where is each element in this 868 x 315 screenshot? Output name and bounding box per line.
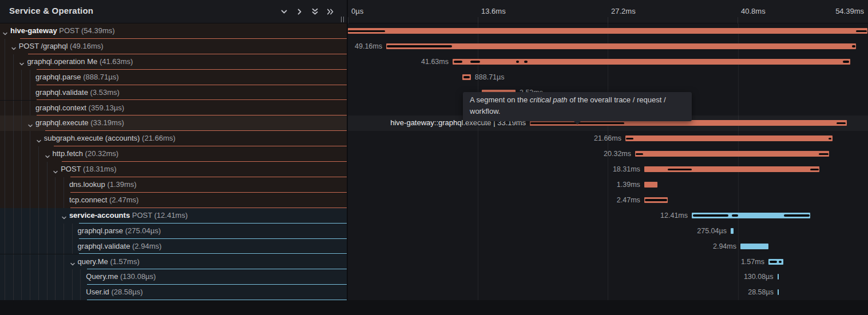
span-bar[interactable] — [386, 43, 856, 49]
critical-path-segment — [693, 214, 728, 217]
span-row-subgraph.execute-accounts-[interactable]: subgraph.execute (accounts) (21.66ms)21.… — [0, 131, 868, 146]
span-bar[interactable] — [778, 274, 779, 280]
indent-guide — [64, 193, 64, 208]
indent-guide — [47, 208, 47, 224]
span-label: graphql.operation Me (41.63ms) — [27, 54, 133, 70]
span-tree-cell[interactable]: graphql.context (359.13µs) — [0, 101, 348, 116]
span-timeline-cell[interactable]: 28.58µs — [348, 285, 868, 300]
span-row-graphql.parse[interactable]: graphql.parse (275.04µs)275.04µs — [0, 224, 868, 239]
panel-divider[interactable] — [347, 0, 348, 300]
indent-guide — [38, 254, 39, 270]
double-chevron-down-icon[interactable] — [311, 7, 319, 16]
indent-guide — [21, 285, 22, 300]
span-label: POST /graphql (49.16ms) — [19, 39, 104, 54]
span-duration-label: 2.47ms — [617, 193, 640, 208]
span-tree-cell[interactable]: hive-gateway POST (54.39ms) — [0, 23, 348, 39]
indent-guide — [21, 146, 22, 162]
span-timeline-cell[interactable]: 12.41ms — [348, 208, 868, 224]
span-bar[interactable] — [731, 228, 734, 234]
expand-chevron-down-icon[interactable] — [36, 136, 42, 142]
tree-controls — [280, 7, 335, 16]
span-timeline-cell[interactable]: 41.63ms — [348, 54, 868, 70]
span-bar[interactable] — [348, 28, 867, 34]
span-row-dns.lookup[interactable]: dns.lookup (1.39ms)1.39ms — [0, 177, 868, 193]
span-timeline-cell[interactable]: 2.47ms — [348, 193, 868, 208]
timeline-axis: 0µs 13.6ms 27.2ms 40.8ms 54.39ms — [348, 0, 868, 23]
span-tree-cell[interactable]: dns.lookup (1.39ms) — [0, 177, 348, 193]
span-duration-label: 888.71µs — [475, 70, 505, 85]
span-tree-cell[interactable]: graphql.execute (33.19ms) — [0, 115, 348, 131]
span-row-service-accounts-POST[interactable]: service-accounts POST (12.41ms)12.41ms — [0, 208, 868, 224]
span-tree-cell[interactable]: graphql.operation Me (41.63ms) — [0, 54, 348, 70]
span-row-Query.me[interactable]: Query.me (130.08µs)130.08µs — [0, 269, 868, 285]
panel-resize-grip[interactable] — [341, 17, 344, 22]
span-tree-cell[interactable]: POST (18.31ms) — [0, 162, 348, 177]
expand-chevron-down-icon[interactable] — [11, 43, 17, 49]
span-row-graphql.validate[interactable]: graphql.validate (2.94ms)2.94ms — [0, 239, 868, 254]
span-tree-cell[interactable]: graphql.parse (888.71µs) — [0, 70, 348, 85]
span-timeline-cell[interactable]: 888.71µs — [348, 70, 868, 85]
span-bar[interactable] — [778, 289, 779, 295]
expand-chevron-down-icon[interactable] — [61, 213, 67, 218]
span-timeline-cell[interactable]: 21.66ms — [348, 131, 868, 146]
expand-chevron-down-icon[interactable] — [27, 121, 33, 126]
span-timeline-cell[interactable]: 2.94ms — [348, 239, 868, 254]
span-tree-cell[interactable]: service-accounts POST (12.41ms) — [0, 208, 348, 224]
span-row-POST-graphql[interactable]: POST /graphql (49.16ms)49.16ms — [0, 39, 868, 54]
span-tree-cell[interactable]: http.fetch (20.32ms) — [0, 146, 348, 162]
span-row-graphql.operation-Me[interactable]: graphql.operation Me (41.63ms)41.63ms — [0, 54, 868, 70]
span-row-hive-gateway-POST[interactable]: hive-gateway POST (54.39ms) — [0, 23, 868, 39]
double-chevron-right-icon[interactable] — [326, 7, 335, 16]
expand-chevron-down-icon[interactable] — [19, 59, 25, 65]
span-row-http.fetch[interactable]: http.fetch (20.32ms)20.32ms — [0, 146, 868, 162]
span-bar[interactable] — [740, 244, 768, 249]
span-label: tcp.connect (2.47ms) — [69, 193, 138, 208]
span-tree-cell[interactable]: graphql.validate (2.94ms) — [0, 239, 348, 254]
chevron-right-icon[interactable] — [295, 7, 304, 16]
span-timeline-cell[interactable]: 49.16ms — [348, 39, 868, 54]
span-row-POST[interactable]: POST (18.31ms)18.31ms — [0, 162, 868, 177]
span-tree-cell[interactable]: POST /graphql (49.16ms) — [0, 39, 348, 54]
span-timeline-cell[interactable] — [348, 23, 868, 39]
expand-chevron-down-icon[interactable] — [45, 151, 50, 157]
span-timeline-cell[interactable]: 1.39ms — [348, 177, 868, 193]
span-timeline-cell[interactable]: 1.57ms — [348, 254, 868, 270]
span-bar[interactable] — [625, 135, 833, 141]
span-row-User.id[interactable]: User.id (28.58µs)28.58µs — [0, 285, 868, 300]
span-tree-cell[interactable]: subgraph.execute (accounts) (21.66ms) — [0, 131, 348, 146]
indent-guide — [30, 70, 30, 85]
span-row-query.Me[interactable]: query.Me (1.57ms)1.57ms — [0, 254, 868, 270]
indent-guide — [5, 224, 5, 239]
indent-guide — [38, 208, 39, 224]
span-label: http.fetch (20.32ms) — [53, 146, 119, 162]
span-tree-cell[interactable]: graphql.validate (3.53ms) — [0, 85, 348, 101]
span-row-tcp.connect[interactable]: tcp.connect (2.47ms)2.47ms — [0, 193, 868, 208]
operation-name: http.fetch — [53, 149, 85, 158]
operation-name: POST /graphql — [19, 42, 70, 50]
span-tree-cell[interactable]: tcp.connect (2.47ms) — [0, 193, 348, 208]
expand-chevron-down-icon[interactable] — [70, 259, 76, 265]
span-tree-cell[interactable]: query.Me (1.57ms) — [0, 254, 348, 270]
span-tree-cell[interactable]: graphql.parse (275.04µs) — [0, 224, 348, 239]
span-tree-cell[interactable]: User.id (28.58µs) — [0, 285, 348, 300]
span-row-graphql.execute[interactable]: graphql.execute (33.19ms)hive-gateway::g… — [0, 115, 868, 131]
span-tree-cell[interactable]: Query.me (130.08µs) — [0, 269, 348, 285]
expand-chevron-down-icon[interactable] — [2, 29, 8, 34]
indent-guide — [30, 85, 30, 101]
span-row-graphql.context[interactable]: graphql.context (359.13µs)359.13µs — [0, 101, 868, 116]
indent-guide — [5, 269, 5, 285]
span-timeline-cell[interactable]: 275.04µs — [348, 224, 868, 239]
span-row-graphql.parse[interactable]: graphql.parse (888.71µs)888.71µs — [0, 70, 868, 85]
span-timeline-cell[interactable]: 18.31ms — [348, 162, 868, 177]
span-timeline-cell[interactable]: 130.08µs — [348, 269, 868, 285]
span-bar[interactable] — [644, 182, 657, 188]
expand-chevron-down-icon[interactable] — [53, 167, 58, 173]
chevron-down-icon[interactable] — [280, 7, 288, 16]
indent-guide — [13, 208, 14, 224]
span-row-graphql.validate[interactable]: graphql.validate (3.53ms)3.53ms — [0, 85, 868, 101]
span-bar[interactable] — [453, 59, 850, 65]
span-timeline-cell[interactable]: 20.32ms — [348, 146, 868, 162]
span-bar[interactable] — [635, 151, 829, 157]
indent-guide — [5, 146, 5, 162]
indent-guide — [21, 208, 22, 224]
